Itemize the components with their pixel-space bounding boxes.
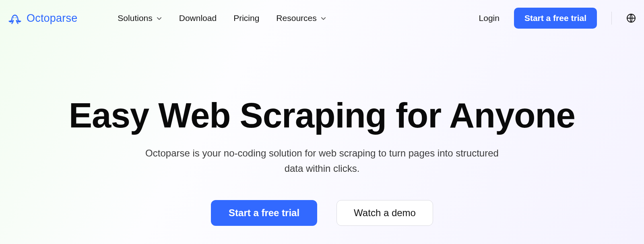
nav-download[interactable]: Download	[179, 13, 217, 23]
hero: Easy Web Scraping for Anyone Octoparse i…	[0, 36, 644, 226]
svg-point-0	[13, 17, 14, 18]
brand-logo[interactable]: Octoparse	[7, 10, 77, 26]
hero-cta-group: Start a free trial Watch a demo	[0, 200, 644, 226]
vertical-separator	[611, 12, 612, 25]
nav-pricing-label: Pricing	[233, 13, 259, 23]
nav-pricing[interactable]: Pricing	[233, 13, 259, 23]
hero-subtitle: Octoparse is your no-coding solution for…	[145, 146, 499, 175]
main-nav: Solutions Download Pricing Resources	[118, 13, 326, 23]
svg-point-1	[16, 17, 17, 18]
header-cta-button[interactable]: Start a free trial	[514, 8, 597, 29]
nav-resources-label: Resources	[276, 13, 316, 23]
language-switcher[interactable]	[626, 13, 636, 23]
chevron-down-icon	[320, 15, 326, 21]
chevron-down-icon	[156, 15, 162, 21]
nav-solutions-label: Solutions	[118, 13, 152, 23]
nav-resources[interactable]: Resources	[276, 13, 326, 23]
hero-title: Easy Web Scraping for Anyone	[0, 97, 644, 133]
nav-solutions[interactable]: Solutions	[118, 13, 162, 23]
header-right: Login Start a free trial	[479, 8, 636, 29]
hero-secondary-cta[interactable]: Watch a demo	[336, 200, 433, 226]
globe-icon	[626, 13, 636, 23]
brand-name: Octoparse	[27, 12, 77, 25]
nav-download-label: Download	[179, 13, 217, 23]
hero-primary-cta[interactable]: Start a free trial	[211, 200, 317, 226]
login-link[interactable]: Login	[479, 13, 500, 23]
octopus-icon	[7, 10, 23, 26]
header: Octoparse Solutions Download Pricing Res…	[0, 0, 644, 36]
